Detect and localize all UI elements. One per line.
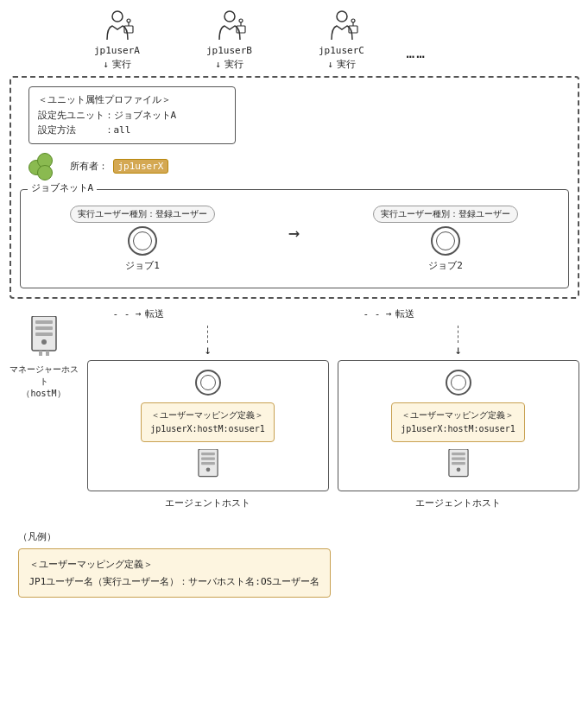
jobnet-label: ジョブネットA	[28, 181, 98, 194]
agent1-job-circle	[195, 370, 221, 396]
agent1-mapping-value: jp1userX:hostM:osuser1	[150, 422, 264, 436]
agent2-box: ＜ユーザーマッピング定義＞ jp1userX:hostM:osuser1	[338, 360, 579, 491]
agent2-mapping-title: ＜ユーザーマッピング定義＞	[401, 408, 515, 422]
svg-rect-25	[452, 453, 465, 455]
agent1-mapping-title: ＜ユーザーマッピング定義＞	[150, 408, 264, 422]
arrow-down-a: ↓ 実行	[103, 58, 131, 71]
manager-server-icon	[30, 316, 58, 360]
job2-exec-label: 実行ユーザー種別：登録ユーザー	[373, 206, 518, 223]
user-label-c: jp1userC	[319, 45, 364, 56]
job1-name: ジョブ1	[125, 259, 160, 272]
svg-rect-20	[201, 453, 215, 455]
agent1-mapping-box: ＜ユーザーマッピング定義＞ jp1userX:hostM:osuser1	[141, 402, 274, 442]
job1-block: 実行ユーザー種別：登録ユーザー ジョブ1	[70, 206, 215, 272]
legend-box-title: ＜ユーザーマッピング定義＞	[29, 556, 320, 573]
transfer-text-1: 転送	[145, 307, 164, 320]
person-icon-b	[212, 9, 247, 43]
person-icon-c	[325, 9, 359, 43]
job2-name: ジョブ2	[428, 259, 463, 272]
legend-title: （凡例）	[18, 530, 579, 543]
arrow-down-b: ↓ 実行	[215, 58, 243, 71]
manager-label-text: マネージャーホスト	[9, 364, 79, 386]
agent1-column: - - → 転送 ↓ ＜ユーザーマッピング定義＞ jp1u	[87, 307, 329, 510]
down-arrow-icon-a: ↓	[103, 59, 109, 70]
svg-rect-18	[46, 351, 49, 356]
svg-rect-26	[452, 457, 465, 459]
profile-box: ＜ユニット属性プロファイル＞ 設定先ユニット：ジョブネットA 設定方法 ：all	[28, 86, 236, 144]
green-circles	[28, 153, 61, 180]
svg-rect-15	[35, 332, 53, 336]
jobs-row: 実行ユーザー種別：登録ユーザー ジョブ1 → 実行ユーザー種別：登録ユーザー ジ…	[29, 199, 560, 279]
job1-circle-inner	[133, 231, 152, 250]
dashed-line-2: ↓	[454, 326, 461, 357]
lower-area: マネージャーホスト （hostM） - - → 転送 ↓	[9, 307, 579, 510]
execute-label-a: 実行	[112, 58, 131, 71]
user-label-b: jp1userB	[206, 45, 252, 56]
job2-block: 実行ユーザー種別：登録ユーザー ジョブ2	[373, 206, 518, 272]
down-arrow-icon-c: ↓	[327, 59, 333, 70]
manager-host-label: マネージャーホスト （hostM）	[9, 364, 79, 400]
dashed-arrow-icon-2: - - →	[364, 308, 392, 320]
server-svg-agent1	[196, 449, 220, 482]
transfer-columns: - - → 転送 ↓ ＜ユーザーマッピング定義＞ jp1u	[87, 307, 579, 510]
svg-rect-21	[201, 457, 215, 459]
svg-point-0	[112, 11, 123, 22]
svg-point-8	[337, 11, 347, 22]
agent1-job-circle-inner	[200, 375, 216, 390]
svg-point-28	[456, 467, 460, 472]
manager-host: マネージャーホスト （hostM）	[9, 316, 79, 400]
user-block-a: jp1userA ↓ 実行	[61, 9, 174, 71]
user-dots: ……	[407, 45, 427, 61]
svg-rect-13	[35, 320, 53, 324]
agent2-label: エージェントホスト	[415, 497, 501, 510]
job1-exec-label: 実行ユーザー種別：登録ユーザー	[70, 206, 215, 223]
job2-circle-inner	[436, 231, 455, 250]
job2-circle	[431, 226, 460, 256]
server-svg-agent2	[446, 449, 471, 482]
svg-point-16	[41, 339, 47, 345]
owner-row: 所有者： jp1userX	[70, 159, 169, 174]
legend-box: ＜ユーザーマッピング定義＞ JP1ユーザー名（実行ユーザー名）：サーバホスト名:…	[18, 548, 332, 598]
diagram-container: jp1userA ↓ 実行 jp1userB ↓ 実行	[9, 9, 579, 598]
svg-point-23	[205, 467, 210, 472]
dashed-arrow-icon-1: - - →	[113, 308, 142, 320]
execute-label-c: 実行	[337, 58, 356, 71]
agent1-box: ＜ユーザーマッピング定義＞ jp1userX:hostM:osuser1	[87, 360, 329, 491]
legend-area: （凡例） ＜ユーザーマッピング定義＞ JP1ユーザー名（実行ユーザー名）：サーバ…	[18, 530, 579, 598]
svg-rect-14	[35, 326, 53, 330]
agent2-column: - - → 転送 ↓ ＜ユーザーマッピング定義＞ jp1u	[338, 307, 579, 510]
arrow-down-c: ↓ 実行	[327, 58, 356, 71]
execute-label-b: 実行	[224, 58, 243, 71]
outer-dashed-container: ＜ユニット属性プロファイル＞ 設定先ユニット：ジョブネットA 設定方法 ：all…	[9, 76, 579, 299]
profile-title: ＜ユニット属性プロファイル＞	[38, 92, 226, 108]
agent2-job-circle-inner	[451, 375, 466, 390]
svg-point-4	[224, 11, 235, 22]
server-svg-manager	[30, 316, 58, 358]
legend-box-desc: JP1ユーザー名（実行ユーザー名）：サーバホスト名:OSユーザー名	[29, 573, 320, 591]
jobnet-container: ジョブネットA 実行ユーザー種別：登録ユーザー ジョブ1 → 実行ユーザー種別：…	[20, 189, 569, 288]
profile-line1: 設定先ユニット：ジョブネットA	[38, 108, 226, 123]
person-icon-a	[100, 9, 135, 43]
user-label-a: jp1userA	[94, 45, 140, 56]
job1-circle	[128, 226, 157, 256]
svg-rect-17	[39, 351, 42, 356]
svg-rect-27	[452, 462, 465, 465]
down-arrow-icon-b: ↓	[215, 59, 221, 70]
transfer-text-2: 転送	[395, 307, 414, 320]
manager-sublabel-text: （hostM）	[22, 389, 65, 398]
users-row: jp1userA ↓ 実行 jp1userB ↓ 実行	[61, 9, 579, 71]
agent2-job-circle	[446, 370, 471, 396]
transfer-label-2: - - → 転送	[364, 307, 414, 320]
job-arrow: →	[288, 222, 300, 244]
user-block-b: jp1userB ↓ 実行	[174, 9, 286, 71]
agent2-mapping-box: ＜ユーザーマッピング定義＞ jp1userX:hostM:osuser1	[391, 402, 524, 442]
transfer-label-1: - - → 転送	[113, 307, 164, 320]
dashed-line-1: ↓	[204, 326, 211, 357]
owner-badge: jp1userX	[113, 159, 169, 174]
profile-line2: 設定方法 ：all	[38, 123, 226, 138]
svg-rect-22	[201, 462, 215, 465]
agent1-label: エージェントホスト	[165, 497, 250, 510]
agent2-mapping-value: jp1userX:hostM:osuser1	[401, 422, 515, 436]
user-block-c: jp1userC ↓ 実行	[286, 9, 398, 71]
owner-label: 所有者：	[70, 160, 108, 173]
